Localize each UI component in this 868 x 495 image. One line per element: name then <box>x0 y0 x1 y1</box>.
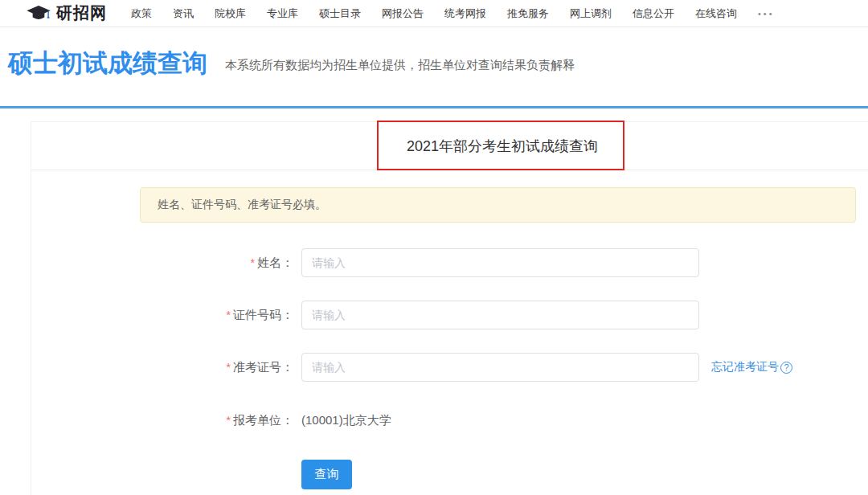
apply-unit-label: *报考单位： <box>31 413 293 428</box>
id-number-label: *证件号码： <box>31 308 293 323</box>
site-logo[interactable]: 研招网 <box>27 2 107 24</box>
panel-body: 姓名、证件号码、准考证号必填。 *姓名： *证件号码： *准考证号： 忘记准考证… <box>31 170 868 495</box>
required-fields-alert: 姓名、证件号码、准考证号必填。 <box>140 187 856 223</box>
query-panel: 2021年部分考生初试成绩查询 姓名、证件号码、准考证号必填。 *姓名： *证件… <box>31 121 868 495</box>
apply-unit-value: (10001)北京大学 <box>301 413 391 428</box>
page-header: 硕士初试成绩查询 本系统所有数据均为招生单位提供，招生单位对查询结果负责解释 <box>8 48 575 79</box>
alert-text: 姓名、证件号码、准考证号必填。 <box>158 198 326 212</box>
nav-item-online-consult[interactable]: 在线咨询 <box>695 6 737 21</box>
panel-title-row: 2021年部分考生初试成绩查询 <box>31 122 868 170</box>
blue-divider <box>0 106 868 108</box>
panel-title: 2021年部分考生初试成绩查询 <box>407 137 598 156</box>
id-number-input[interactable] <box>301 301 699 329</box>
name-input[interactable] <box>301 248 699 277</box>
required-marker: * <box>227 414 231 427</box>
form-row-name: *姓名： <box>31 248 699 277</box>
nav-item-policy[interactable]: 政策 <box>131 6 152 21</box>
nav-item-unified-exam-registration[interactable]: 统考网报 <box>444 6 486 21</box>
page-subtitle: 本系统所有数据均为招生单位提供，招生单位对查询结果负责解释 <box>225 58 575 79</box>
required-marker: * <box>227 309 231 321</box>
logo-text: 研招网 <box>56 2 107 24</box>
more-menu-icon[interactable]: ••• <box>758 9 775 18</box>
required-marker: * <box>251 256 255 269</box>
form-row-admission-ticket: *准考证号： 忘记准考证号? <box>31 353 792 382</box>
required-marker: * <box>227 361 231 374</box>
name-label: *姓名： <box>31 256 293 271</box>
nav-item-college-library[interactable]: 院校库 <box>215 6 246 21</box>
nav-item-exemption-service[interactable]: 推免服务 <box>507 6 549 21</box>
help-question-icon[interactable]: ? <box>780 362 792 374</box>
top-navigation: 研招网 政策 资讯 院校库 专业库 硕士目录 网报公告 统考网报 推免服务 网上… <box>0 0 868 27</box>
nav-item-online-adjustment[interactable]: 网上调剂 <box>570 6 612 21</box>
nav-item-major-library[interactable]: 专业库 <box>267 6 298 21</box>
form-row-id-number: *证件号码： <box>31 301 699 329</box>
query-button[interactable]: 查询 <box>301 460 352 489</box>
nav-item-info-disclosure[interactable]: 信息公开 <box>633 6 674 21</box>
nav-item-report-notice[interactable]: 网报公告 <box>382 6 424 21</box>
form-row-apply-unit: *报考单位： (10001)北京大学 <box>31 411 391 430</box>
admission-ticket-label: *准考证号： <box>31 360 293 375</box>
admission-ticket-input[interactable] <box>301 353 699 382</box>
page-title: 硕士初试成绩查询 <box>8 48 207 79</box>
nav-item-masters-catalog[interactable]: 硕士目录 <box>319 6 361 21</box>
form-row-submit: 查询 <box>31 460 352 489</box>
graduation-cap-icon <box>27 5 51 22</box>
forgot-ticket-link[interactable]: 忘记准考证号? <box>711 360 792 374</box>
nav-item-news[interactable]: 资讯 <box>173 6 194 21</box>
